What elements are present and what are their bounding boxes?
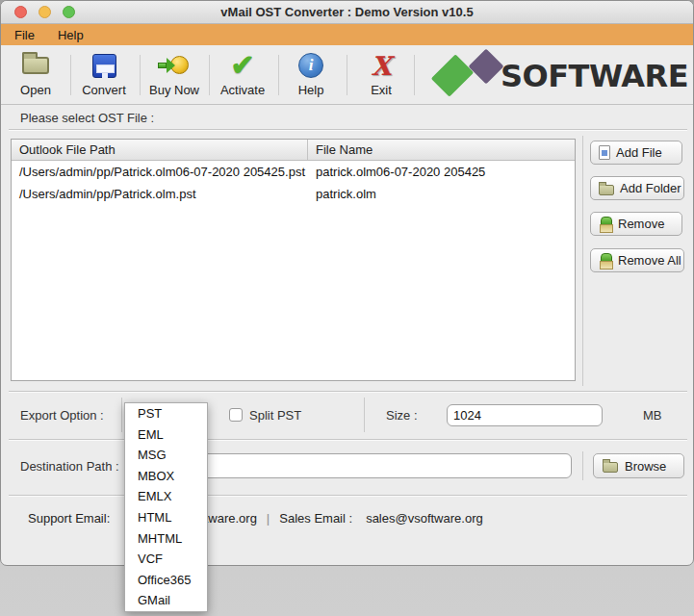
menu-help[interactable]: Help [58, 28, 84, 42]
logo-text: SOFTWARE [501, 58, 688, 94]
sales-email-label: Sales Email : [279, 511, 352, 526]
row-divider [364, 398, 365, 432]
mb-unit-label: MB [643, 408, 662, 423]
toolbar-exit-button[interactable]: X Exit [347, 51, 415, 97]
split-pst-label: Split PST [249, 408, 301, 423]
destination-path-label: Destination Path : [20, 459, 119, 474]
export-option-emlx[interactable]: EMLX [125, 486, 207, 507]
browse-button[interactable]: Browse [593, 453, 684, 478]
footer-separator: | [267, 511, 270, 526]
remove-label: Remove [618, 217, 664, 231]
add-folder-button[interactable]: Add Folder [590, 176, 684, 200]
section-divider [9, 391, 687, 392]
remove-all-button[interactable]: Remove All [590, 248, 684, 272]
app-window: vMail OST Converter : Demo Version v10.5… [0, 0, 694, 566]
cell-file-name: patrick.olm [308, 183, 575, 205]
row-divider [121, 398, 122, 432]
buy-now-cart-icon [158, 51, 191, 80]
export-option-pst[interactable]: PST [125, 403, 207, 424]
remove-all-label: Remove All [618, 253, 681, 268]
logo-purple-diamond-icon [469, 49, 504, 85]
toolbar-activate-label: Activate [220, 83, 265, 97]
row-divider [582, 451, 583, 480]
select-ost-file-label: Please select OST File : [20, 111, 154, 125]
export-option-msg[interactable]: MSG [125, 445, 207, 466]
brand-logo: SOFTWARE [425, 49, 681, 101]
toolbar-buy-now-button[interactable]: Buy Now [141, 51, 208, 97]
logo-green-diamond-icon [431, 54, 475, 97]
file-list-table[interactable]: Outlook File Path File Name /Users/admin… [11, 139, 576, 381]
red-x-icon: X [372, 51, 392, 80]
toolbar-convert-button[interactable]: Convert [70, 51, 138, 97]
size-label: Size : [386, 408, 418, 423]
toolbar-separator [414, 55, 415, 95]
toolbar-exit-label: Exit [371, 83, 392, 97]
add-file-button[interactable]: Add File [590, 141, 682, 165]
floppy-disk-icon [92, 51, 116, 80]
green-check-icon: ✔ [230, 51, 254, 80]
export-option-html[interactable]: HTML [125, 507, 207, 528]
toolbar-open-label: Open [20, 83, 51, 97]
menu-file[interactable]: File [14, 28, 35, 42]
toolbar-help-label: Help [298, 83, 324, 97]
section-divider [9, 129, 687, 130]
open-folder-icon [22, 51, 49, 80]
toolbar-buy-now-label: Buy Now [149, 83, 199, 97]
table-row[interactable]: /Users/admin/pp/Patrick.olm06-07-2020 20… [12, 161, 575, 183]
cell-file-name: patrick.olm06-07-2020 205425 [308, 161, 575, 183]
add-file-icon [599, 145, 610, 160]
browse-label: Browse [625, 459, 666, 474]
export-option-office365[interactable]: Office365 [125, 570, 207, 591]
export-option-vcf[interactable]: VCF [125, 549, 207, 570]
export-option-mbox[interactable]: MBOX [125, 466, 207, 487]
toolbar-activate-button[interactable]: ✔ Activate [209, 51, 276, 97]
window-title: vMail OST Converter : Demo Version v10.5 [1, 5, 693, 19]
info-circle-icon: i [298, 51, 323, 80]
add-file-label: Add File [616, 145, 662, 160]
toolbar-open-button[interactable]: Open [2, 51, 69, 97]
section-divider [9, 495, 687, 496]
export-option-label: Export Option : [20, 408, 104, 423]
cell-file-path: /Users/admin/pp/Patrick.olm06-07-2020 20… [12, 161, 308, 183]
support-email-label: Support Email: [28, 511, 110, 526]
footer: Support Email: support@vsoftware.org | S… [28, 511, 483, 526]
toolbar-convert-label: Convert [82, 83, 126, 97]
toolbar: Open Convert Buy Now ✔ Activate i Help X… [1, 45, 693, 105]
cell-file-path: /Users/admin/pp/Patrick.olm.pst [12, 183, 308, 205]
add-folder-label: Add Folder [620, 181, 681, 195]
browse-folder-icon [603, 462, 618, 473]
export-option-eml[interactable]: EML [125, 424, 207, 446]
table-row[interactable]: /Users/admin/pp/Patrick.olm.pst patrick.… [12, 183, 575, 205]
remove-all-brush-icon [599, 253, 612, 269]
toolbar-help-button[interactable]: i Help [277, 51, 345, 97]
remove-brush-icon [599, 217, 612, 232]
table-buttons-divider [582, 136, 583, 386]
menu-bar: File Help [1, 24, 693, 45]
export-option-gmail[interactable]: GMail [125, 590, 207, 611]
remove-button[interactable]: Remove [590, 212, 682, 236]
export-option-mhtml[interactable]: MHTML [125, 528, 207, 550]
size-input[interactable] [447, 404, 603, 426]
section-divider [9, 439, 687, 440]
column-header-file-name[interactable]: File Name [308, 140, 575, 160]
export-format-dropdown: PST EML MSG MBOX EMLX HTML MHTML VCF Off… [124, 402, 208, 612]
split-pst-checkbox[interactable] [229, 408, 243, 422]
table-header: Outlook File Path File Name [12, 140, 575, 161]
sales-email-value: sales@vsoftware.org [366, 511, 483, 526]
add-folder-icon [599, 185, 614, 195]
column-header-outlook-file-path[interactable]: Outlook File Path [12, 140, 308, 160]
title-bar: vMail OST Converter : Demo Version v10.5 [1, 1, 693, 24]
